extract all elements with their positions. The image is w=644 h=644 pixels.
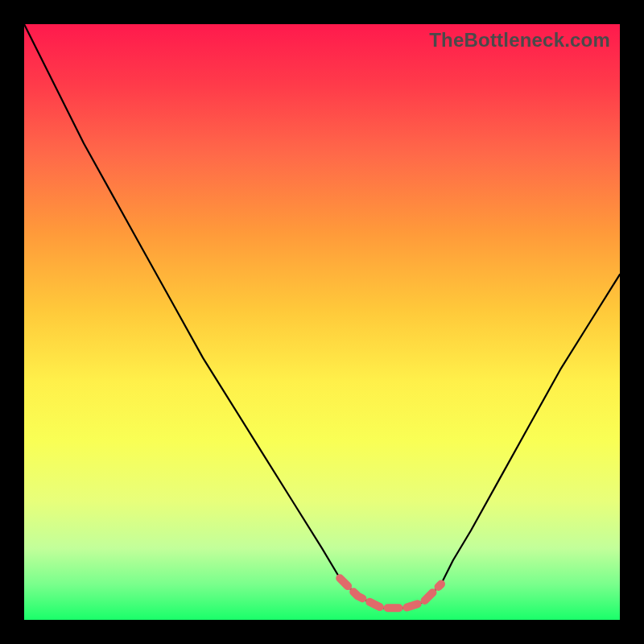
curve-layer bbox=[24, 24, 620, 620]
main-curve bbox=[24, 24, 620, 608]
plot-area: TheBottleneck.com bbox=[24, 24, 620, 620]
highlight-segment bbox=[340, 578, 441, 608]
chart-frame: TheBottleneck.com bbox=[0, 0, 644, 644]
